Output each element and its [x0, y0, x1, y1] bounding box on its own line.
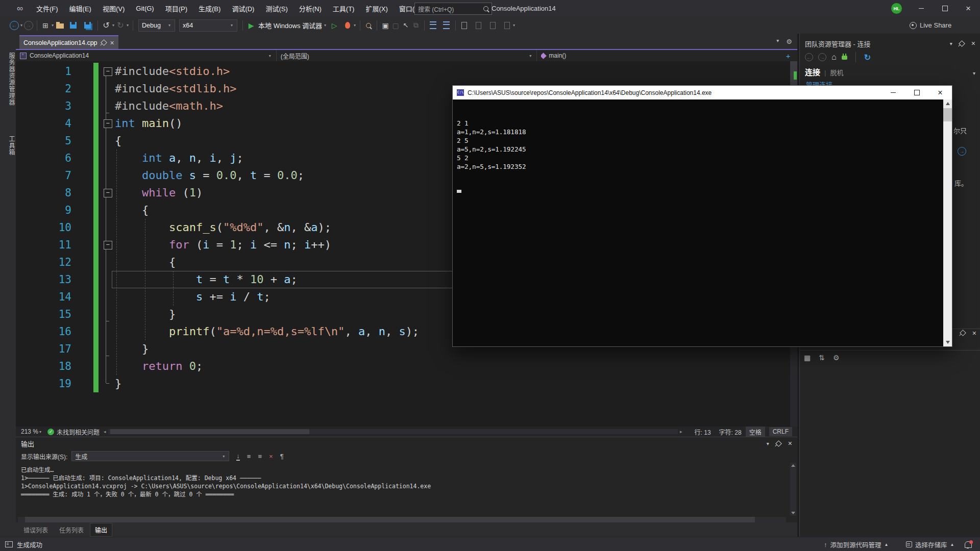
- panel-chevron-icon[interactable]: ▾: [767, 441, 769, 446]
- issues-status[interactable]: 未找到相关问题: [57, 428, 100, 436]
- navigate-back-icon[interactable]: ←: [9, 19, 19, 32]
- menu-item-8[interactable]: 分析(N): [293, 0, 327, 17]
- console-scrollbar[interactable]: [943, 99, 952, 346]
- fold-collapse-icon[interactable]: −: [101, 63, 114, 80]
- bookmark-toggle-icon[interactable]: [459, 19, 469, 32]
- minimize-button[interactable]: [910, 0, 933, 17]
- zoom-chevron-icon[interactable]: ▾: [39, 430, 41, 434]
- output-source-dropdown[interactable]: 生成▾: [71, 451, 229, 461]
- sidebar-item-toolbox[interactable]: 工具箱: [0, 129, 16, 162]
- bookmark-clear-icon[interactable]: [502, 19, 512, 32]
- editor-settings-gear-icon[interactable]: ⚙: [786, 38, 792, 45]
- scroll-down-icon[interactable]: [946, 341, 950, 344]
- scroll-left-icon[interactable]: ◂: [104, 429, 106, 434]
- properties-alphabetical-icon[interactable]: ⇅: [819, 354, 825, 362]
- restore-button[interactable]: [933, 0, 957, 17]
- hot-reload-icon[interactable]: [342, 19, 353, 32]
- te-refresh-icon[interactable]: ↻: [864, 53, 871, 62]
- breadcrumb-project-dropdown[interactable]: ConsoleApplication14▾: [16, 50, 277, 61]
- navigate-forward-icon[interactable]: →: [23, 19, 34, 32]
- user-avatar[interactable]: HL: [891, 3, 902, 14]
- te-connect-plug-icon[interactable]: [842, 56, 847, 60]
- console-close-button[interactable]: [928, 86, 952, 99]
- fold-collapse-icon[interactable]: −: [101, 236, 114, 254]
- console-minimize-button[interactable]: [881, 86, 905, 99]
- tab-list-chevron-icon[interactable]: ▾: [776, 38, 779, 45]
- open-folder-icon[interactable]: [55, 19, 65, 32]
- console-output[interactable]: 2 1a=1,n=2,s=1.1818182 5a=5,n=2,s=1.1922…: [453, 99, 943, 346]
- menu-item-3[interactable]: Git(G): [130, 0, 159, 17]
- navigate-back-chevron-icon[interactable]: ▾: [20, 23, 22, 28]
- bookmark-next-icon[interactable]: [487, 19, 498, 32]
- line-ending-mode[interactable]: CRLF: [769, 427, 792, 436]
- te-back-icon[interactable]: ←: [805, 53, 813, 61]
- start-without-debugging-icon[interactable]: ▷: [329, 19, 339, 32]
- platform-dropdown[interactable]: x64▾: [179, 19, 237, 32]
- jump-to-bottom-icon[interactable]: ↓: [236, 452, 240, 461]
- cursor-select-icon[interactable]: ↖: [401, 19, 411, 32]
- save-icon[interactable]: [68, 19, 78, 32]
- scroll-down-icon[interactable]: [791, 512, 795, 514]
- scroll-right-icon[interactable]: ▸: [680, 429, 682, 434]
- editor-horizontal-scrollbar[interactable]: ◂ ▸: [104, 427, 682, 437]
- close-icon[interactable]: ×: [110, 40, 114, 45]
- new-project-chevron-icon[interactable]: ▾: [52, 23, 54, 28]
- notifications-button[interactable]: [965, 541, 972, 548]
- te-tab-offline[interactable]: 脱机: [830, 67, 843, 77]
- menu-item-2[interactable]: 视图(V): [97, 0, 130, 17]
- pin-icon[interactable]: [959, 40, 965, 47]
- bottom-tab-0[interactable]: 错误列表: [19, 523, 53, 536]
- output-vertical-scrollbar[interactable]: [790, 463, 796, 516]
- live-share-button[interactable]: Live Share: [910, 17, 951, 34]
- previous-message-icon[interactable]: ≡: [247, 453, 251, 460]
- scrollbar-thumb[interactable]: [25, 517, 755, 522]
- word-wrap-icon[interactable]: ¶: [280, 453, 284, 460]
- sidebar-item-server-explorer[interactable]: 服务器资源管理器: [0, 36, 16, 122]
- output-horizontal-scrollbar[interactable]: [18, 517, 786, 522]
- find-in-files-icon[interactable]: [363, 19, 374, 32]
- pin-icon[interactable]: [775, 440, 782, 447]
- bottom-tab-2[interactable]: 输出: [90, 523, 112, 536]
- console-window[interactable]: C:\ C:\Users\ASUS\source\repos\ConsoleAp…: [452, 85, 952, 347]
- zoom-dropdown[interactable]: 213 %: [21, 428, 38, 435]
- console-maximize-button[interactable]: [905, 86, 928, 99]
- redo-chevron-icon[interactable]: ▾: [127, 23, 129, 28]
- te-home-icon[interactable]: ⌂: [831, 53, 837, 62]
- search-input[interactable]: 搜索 (Ctrl+Q): [414, 3, 492, 15]
- breakpoint-window-icon[interactable]: ▣: [380, 19, 390, 32]
- menu-item-4[interactable]: 项目(P): [160, 0, 193, 17]
- menu-item-1[interactable]: 编辑(E): [64, 0, 97, 17]
- debugger-chevron-icon[interactable]: ▾: [324, 23, 326, 28]
- start-debugging-icon[interactable]: ▶: [246, 19, 256, 32]
- menu-item-10[interactable]: 扩展(X): [360, 0, 393, 17]
- undo-chevron-icon[interactable]: ▾: [112, 23, 114, 28]
- te-tabs-chevron-icon[interactable]: ▾: [973, 70, 975, 76]
- configuration-dropdown[interactable]: Debug▾: [138, 19, 175, 32]
- scroll-up-icon[interactable]: [791, 464, 795, 467]
- fold-collapse-icon[interactable]: −: [101, 115, 114, 132]
- indent-decrease-icon[interactable]: [428, 19, 438, 32]
- search-icon[interactable]: [483, 6, 488, 11]
- console-title-bar[interactable]: C:\ C:\Users\ASUS\source\repos\ConsoleAp…: [453, 86, 952, 99]
- hot-reload-chevron-icon[interactable]: ▾: [354, 23, 356, 28]
- clipboard-icon[interactable]: ⧉: [411, 19, 421, 32]
- indent-increase-icon[interactable]: [441, 19, 451, 32]
- pin-icon[interactable]: [960, 330, 966, 336]
- show-diagnostics-icon[interactable]: ▢: [390, 19, 401, 32]
- menu-item-7[interactable]: 测试(S): [260, 0, 293, 17]
- add-to-source-control-button[interactable]: ↑ 添加到源代码管理 ▲: [824, 540, 888, 549]
- close-icon[interactable]: ×: [788, 441, 792, 446]
- properties-categorized-icon[interactable]: ▦: [804, 354, 811, 362]
- indentation-mode[interactable]: 空格: [746, 427, 765, 437]
- close-icon[interactable]: ×: [971, 41, 975, 46]
- te-forward-icon[interactable]: →: [818, 53, 826, 61]
- menu-item-0[interactable]: 文件(F): [31, 0, 64, 17]
- breadcrumb-scope-dropdown[interactable]: (全局范围)▾: [277, 50, 537, 61]
- new-project-icon[interactable]: ⊞: [40, 19, 51, 32]
- menu-item-9[interactable]: 工具(T): [327, 0, 360, 17]
- document-tab[interactable]: ConsoleApplication14.cpp ×: [19, 35, 118, 49]
- bookmark-previous-icon[interactable]: [473, 19, 483, 32]
- close-icon[interactable]: ×: [972, 331, 976, 336]
- close-button[interactable]: [957, 0, 980, 17]
- split-add-icon[interactable]: +: [783, 52, 793, 60]
